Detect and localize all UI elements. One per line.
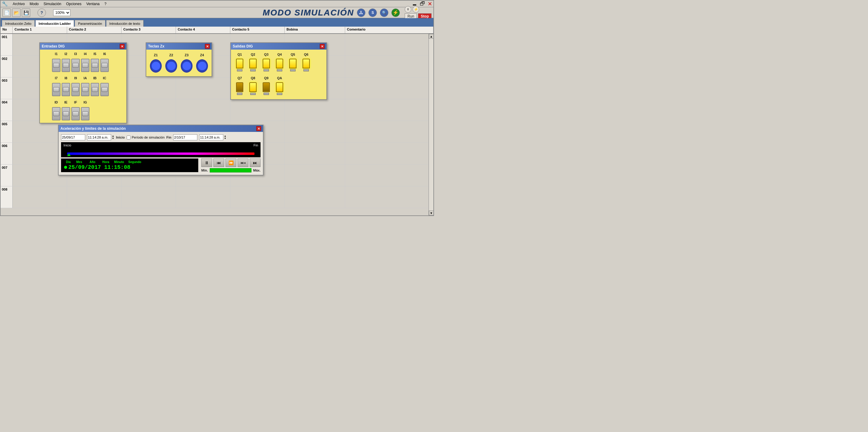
lamp-Q7[interactable] [234,81,245,96]
periodo-checkbox-label[interactable]: Período de simulación [127,136,165,140]
end-time-spinners[interactable]: ▲ ▼ [224,135,226,140]
start-date-input[interactable] [61,134,85,140]
switch-IB[interactable] [91,83,99,96]
zkey-Z3[interactable] [181,59,192,73]
connect-icon-btn[interactable]: ⚡ [392,8,400,17]
sim-end-btn[interactable]: ⏭ [250,159,260,167]
menu-ventana[interactable]: Ventana [84,1,102,7]
simulation-close[interactable]: ✕ [256,126,261,131]
lamp-body-Q1 [236,59,243,68]
menu-archivo[interactable]: Archivo [10,1,27,7]
switch-IF[interactable] [71,107,80,120]
cell-004-4 [176,99,230,121]
switch-I7[interactable] [52,83,60,96]
switch-I4[interactable] [81,59,89,72]
switch-handle-I2 [63,63,69,68]
sim-fastforward-btn[interactable]: ⏩ [225,159,236,167]
timeline-arrow [67,153,71,156]
scroll-down-arrow[interactable]: ▼ [429,210,433,215]
help-button[interactable]: ? [37,8,46,17]
switch-ID[interactable] [52,107,60,120]
salidas-dig-close[interactable]: ✕ [320,44,324,49]
network-icon-btn[interactable]: 🖧 [357,8,365,17]
lamp-body-Q9 [262,82,270,92]
lamp-Q8[interactable] [247,81,259,96]
switch-I1[interactable] [52,59,60,72]
teclas-zx-close[interactable]: ✕ [205,44,210,49]
switch-I2[interactable] [62,59,70,72]
lamp-QA[interactable] [274,81,285,96]
digital-display: Día Mes Año Hora Minuto Segundo 25/09/20… [61,159,198,172]
lamp-Q5[interactable] [287,57,299,73]
entradas-dig-close[interactable]: ✕ [120,44,125,49]
sim-pause-btn[interactable]: ⏸ [201,159,212,167]
tab-introduccion-ladder[interactable]: Introducción Ladder [35,20,74,27]
search-icon-btn[interactable]: 🔍 [380,8,389,17]
tab-introduccion-texto[interactable]: Introducción de texto [106,20,144,27]
teclas-zx-body: Z1 Z2 Z3 Z4 [146,50,212,76]
start-time-input[interactable] [87,134,111,140]
zkey-Z2[interactable] [165,59,177,73]
teclas-zx-header[interactable]: Teclas Zx ✕ [146,43,212,50]
switch-I6[interactable] [100,59,109,72]
lamp-Q6[interactable] [301,57,312,73]
lamp-Q1[interactable] [234,57,245,73]
tab-parametrizacion[interactable]: Parametrización [75,20,105,27]
sim-skipend-btn[interactable]: ⏭◀ [238,159,248,167]
entradas-dig-header[interactable]: Entradas DIG ✕ [40,43,126,50]
end-time-input[interactable] [199,134,223,140]
scrollbar-vertical[interactable]: ▲ ▼ [429,34,433,215]
switch-IA[interactable] [81,83,89,96]
menu-simulacion[interactable]: Simulación [41,1,64,7]
label-I6: I6 [100,52,109,56]
switch-I5[interactable] [91,59,99,72]
cell-003-4 [176,78,230,99]
switch-I8[interactable] [62,83,70,96]
lamp-Q9[interactable] [260,81,272,96]
sim-rewind-btn[interactable]: ⏮ [213,159,224,167]
col-contacto1: Contacto 1 [13,27,67,33]
switch-IC[interactable] [100,83,109,96]
lamp-Q2[interactable] [247,57,259,73]
menu-help[interactable]: ? [102,1,109,7]
lamp-Q3[interactable] [260,57,272,73]
switch-handle-IC [101,87,107,92]
salidas-dig-header[interactable]: Salidas DIG ✕ [231,43,327,50]
simulation-header[interactable]: Aceleración y límites de la simulación ✕ [59,125,263,132]
new-button[interactable]: 📄 [2,8,11,17]
end-date-input[interactable] [173,134,197,140]
modo-simulacion-title: MODO SIMULACIÓN [262,8,354,18]
simulation-body: ▲ ▼ Inicio Período de simulación Fin [59,132,263,175]
speed-bar[interactable] [210,168,251,172]
switch-IE[interactable] [62,107,70,120]
label-Q7: Q7 [234,76,245,80]
tab-introduccion-zelio[interactable]: Introducción Zelio [2,20,35,27]
zkey-Z1[interactable] [150,59,162,73]
cell-008-3 [122,186,176,208]
inputs-labels-row3: ID IE IF IG [42,100,124,104]
switch-IG[interactable] [81,107,89,120]
pause-icon-btn[interactable]: ⏸ [405,6,411,13]
max-label: Máx. [253,169,260,172]
s-icon-btn[interactable]: S [368,8,377,17]
zkey-Z4[interactable] [196,59,208,73]
lamp-Q4[interactable] [274,57,285,73]
cell-004-5 [230,99,285,121]
open-button[interactable]: 📂 [12,8,21,17]
switch-I9[interactable] [71,83,80,96]
entradas-dig-panel: Entradas DIG ✕ I1 I2 I3 I4 I5 I6 [39,42,127,123]
periodo-checkbox[interactable] [127,136,130,140]
row-001: 001 [1,34,13,55]
menu-modo[interactable]: Modo [27,1,41,7]
cell-008-4 [176,186,230,208]
timeline-bar[interactable] [67,152,254,155]
start-time-spinners[interactable]: ▲ ▼ [112,135,114,140]
lightning-icon-btn[interactable]: ⚡ [412,6,419,13]
save-button[interactable]: 💾 [22,8,30,17]
label-Q8: Q8 [247,76,259,80]
scroll-up-arrow[interactable]: ▲ [429,34,433,39]
menu-opciones[interactable]: Opciones [64,1,84,7]
switch-I3[interactable] [71,59,80,72]
zoom-select[interactable]: 100% 75% 125% [53,9,70,16]
switch-handle-IF [72,111,79,116]
